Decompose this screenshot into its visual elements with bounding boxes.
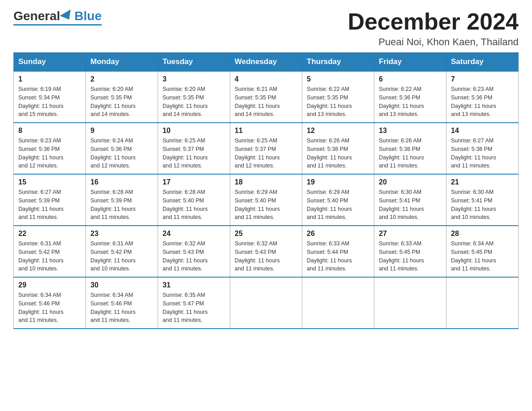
calendar-cell: 22Sunrise: 6:31 AM Sunset: 5:42 PM Dayli… (14, 226, 86, 277)
calendar-cell (230, 277, 302, 329)
calendar-cell: 15Sunrise: 6:27 AM Sunset: 5:39 PM Dayli… (14, 174, 86, 226)
calendar-cell: 10Sunrise: 6:25 AM Sunset: 5:37 PM Dayli… (158, 123, 230, 174)
day-info: Sunrise: 6:27 AM Sunset: 5:39 PM Dayligh… (18, 188, 81, 222)
day-info: Sunrise: 6:34 AM Sunset: 5:46 PM Dayligh… (18, 291, 81, 325)
calendar-week-row: 8Sunrise: 6:23 AM Sunset: 5:36 PM Daylig… (14, 123, 519, 174)
logo: General Blue (13, 9, 102, 26)
calendar-cell: 31Sunrise: 6:35 AM Sunset: 5:47 PM Dayli… (158, 277, 230, 329)
title-block: December 2024 Pueai Noi, Khon Kaen, Thai… (348, 9, 519, 48)
day-number: 12 (307, 127, 369, 135)
calendar-cell: 5Sunrise: 6:22 AM Sunset: 5:35 PM Daylig… (302, 71, 374, 123)
day-number: 9 (90, 127, 153, 135)
day-info: Sunrise: 6:29 AM Sunset: 5:40 PM Dayligh… (307, 188, 369, 222)
day-number: 31 (163, 281, 225, 289)
weekday-header-thursday: Thursday (302, 53, 374, 72)
day-info: Sunrise: 6:29 AM Sunset: 5:40 PM Dayligh… (235, 188, 297, 222)
calendar-cell: 21Sunrise: 6:30 AM Sunset: 5:41 PM Dayli… (446, 174, 519, 226)
day-info: Sunrise: 6:33 AM Sunset: 5:45 PM Dayligh… (379, 240, 442, 273)
day-info: Sunrise: 6:26 AM Sunset: 5:38 PM Dayligh… (307, 137, 369, 170)
day-number: 10 (163, 127, 225, 135)
day-info: Sunrise: 6:28 AM Sunset: 5:40 PM Dayligh… (163, 188, 225, 222)
day-info: Sunrise: 6:30 AM Sunset: 5:41 PM Dayligh… (451, 188, 514, 222)
calendar-table: SundayMondayTuesdayWednesdayThursdayFrid… (13, 52, 519, 329)
calendar-cell: 29Sunrise: 6:34 AM Sunset: 5:46 PM Dayli… (14, 277, 86, 329)
calendar-cell: 19Sunrise: 6:29 AM Sunset: 5:40 PM Dayli… (302, 174, 374, 226)
day-number: 5 (307, 75, 369, 83)
location-subtitle: Pueai Noi, Khon Kaen, Thailand (348, 36, 519, 48)
day-number: 14 (451, 127, 514, 135)
day-number: 15 (18, 178, 81, 186)
calendar-week-row: 15Sunrise: 6:27 AM Sunset: 5:39 PM Dayli… (14, 174, 519, 226)
day-number: 25 (235, 230, 297, 238)
day-number: 8 (18, 127, 81, 135)
day-info: Sunrise: 6:21 AM Sunset: 5:35 PM Dayligh… (235, 85, 297, 119)
weekday-header-tuesday: Tuesday (158, 53, 230, 72)
calendar-cell: 6Sunrise: 6:22 AM Sunset: 5:36 PM Daylig… (374, 71, 446, 123)
day-info: Sunrise: 6:35 AM Sunset: 5:47 PM Dayligh… (163, 291, 225, 325)
logo-blue-text: Blue (74, 9, 102, 23)
day-info: Sunrise: 6:28 AM Sunset: 5:39 PM Dayligh… (90, 188, 153, 222)
day-info: Sunrise: 6:24 AM Sunset: 5:36 PM Dayligh… (90, 137, 153, 170)
calendar-cell: 23Sunrise: 6:31 AM Sunset: 5:42 PM Dayli… (86, 226, 158, 277)
weekday-header-wednesday: Wednesday (230, 53, 302, 72)
day-number: 20 (379, 178, 442, 186)
day-number: 26 (307, 230, 369, 238)
logo-general-text: General (13, 9, 60, 23)
weekday-header-friday: Friday (374, 53, 446, 72)
weekday-header-row: SundayMondayTuesdayWednesdayThursdayFrid… (14, 53, 519, 72)
day-number: 29 (18, 281, 81, 289)
calendar-body: 1Sunrise: 6:19 AM Sunset: 5:34 PM Daylig… (14, 71, 519, 329)
day-info: Sunrise: 6:20 AM Sunset: 5:35 PM Dayligh… (90, 85, 153, 119)
day-number: 18 (235, 178, 297, 186)
day-info: Sunrise: 6:34 AM Sunset: 5:46 PM Dayligh… (90, 291, 153, 325)
day-number: 1 (18, 75, 81, 83)
day-info: Sunrise: 6:19 AM Sunset: 5:34 PM Dayligh… (18, 85, 81, 119)
day-number: 11 (235, 127, 297, 135)
day-info: Sunrise: 6:27 AM Sunset: 5:38 PM Dayligh… (451, 137, 514, 170)
day-number: 28 (451, 230, 514, 238)
day-info: Sunrise: 6:23 AM Sunset: 5:36 PM Dayligh… (451, 85, 514, 119)
day-info: Sunrise: 6:31 AM Sunset: 5:42 PM Dayligh… (90, 240, 153, 273)
day-info: Sunrise: 6:33 AM Sunset: 5:44 PM Dayligh… (307, 240, 369, 273)
calendar-cell: 4Sunrise: 6:21 AM Sunset: 5:35 PM Daylig… (230, 71, 302, 123)
calendar-cell: 27Sunrise: 6:33 AM Sunset: 5:45 PM Dayli… (374, 226, 446, 277)
calendar-cell: 18Sunrise: 6:29 AM Sunset: 5:40 PM Dayli… (230, 174, 302, 226)
logo-arrow-icon (60, 9, 75, 23)
calendar-cell: 13Sunrise: 6:26 AM Sunset: 5:38 PM Dayli… (374, 123, 446, 174)
calendar-cell: 12Sunrise: 6:26 AM Sunset: 5:38 PM Dayli… (302, 123, 374, 174)
day-number: 24 (163, 230, 225, 238)
day-info: Sunrise: 6:22 AM Sunset: 5:36 PM Dayligh… (379, 85, 442, 119)
calendar-cell (374, 277, 446, 329)
calendar-cell: 11Sunrise: 6:25 AM Sunset: 5:37 PM Dayli… (230, 123, 302, 174)
calendar-cell: 20Sunrise: 6:30 AM Sunset: 5:41 PM Dayli… (374, 174, 446, 226)
calendar-cell: 26Sunrise: 6:33 AM Sunset: 5:44 PM Dayli… (302, 226, 374, 277)
day-number: 17 (163, 178, 225, 186)
day-number: 22 (18, 230, 81, 238)
day-number: 3 (163, 75, 225, 83)
day-number: 21 (451, 178, 514, 186)
calendar-cell: 14Sunrise: 6:27 AM Sunset: 5:38 PM Dayli… (446, 123, 519, 174)
day-number: 13 (379, 127, 442, 135)
calendar-header: SundayMondayTuesdayWednesdayThursdayFrid… (14, 53, 519, 72)
day-number: 2 (90, 75, 153, 83)
day-info: Sunrise: 6:22 AM Sunset: 5:35 PM Dayligh… (307, 85, 369, 119)
day-number: 30 (90, 281, 153, 289)
day-info: Sunrise: 6:32 AM Sunset: 5:43 PM Dayligh… (163, 240, 225, 273)
day-number: 19 (307, 178, 369, 186)
logo-underline (13, 24, 102, 26)
day-info: Sunrise: 6:25 AM Sunset: 5:37 PM Dayligh… (235, 137, 297, 170)
day-number: 6 (379, 75, 442, 83)
day-number: 4 (235, 75, 297, 83)
day-info: Sunrise: 6:25 AM Sunset: 5:37 PM Dayligh… (163, 137, 225, 170)
calendar-cell: 8Sunrise: 6:23 AM Sunset: 5:36 PM Daylig… (14, 123, 86, 174)
day-info: Sunrise: 6:23 AM Sunset: 5:36 PM Dayligh… (18, 137, 81, 170)
calendar-week-row: 1Sunrise: 6:19 AM Sunset: 5:34 PM Daylig… (14, 71, 519, 123)
calendar-cell: 30Sunrise: 6:34 AM Sunset: 5:46 PM Dayli… (86, 277, 158, 329)
month-title: December 2024 (348, 9, 519, 34)
day-number: 16 (90, 178, 153, 186)
page-header: General Blue December 2024 Pueai Noi, Kh… (13, 9, 519, 48)
calendar-cell (446, 277, 519, 329)
calendar-cell: 7Sunrise: 6:23 AM Sunset: 5:36 PM Daylig… (446, 71, 519, 123)
calendar-cell: 17Sunrise: 6:28 AM Sunset: 5:40 PM Dayli… (158, 174, 230, 226)
calendar-cell: 25Sunrise: 6:32 AM Sunset: 5:43 PM Dayli… (230, 226, 302, 277)
